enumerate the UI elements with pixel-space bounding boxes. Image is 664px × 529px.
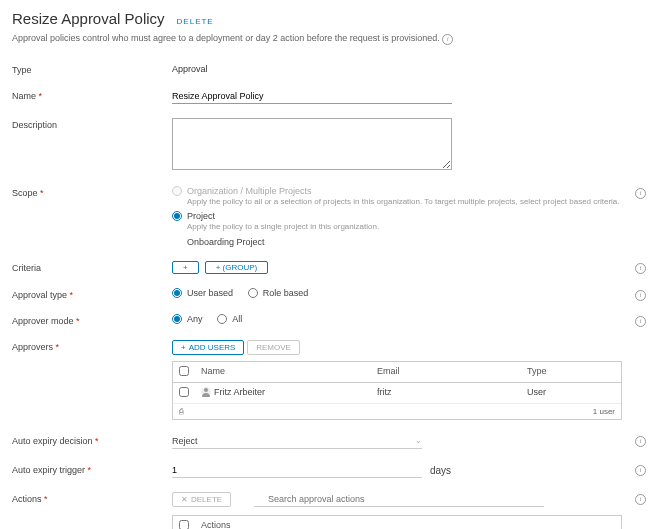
user-based-label: User based xyxy=(187,288,233,298)
approvers-table: Name Email Type Fritz Arbeiter fritz Use… xyxy=(172,361,622,420)
select-all-actions-checkbox[interactable] xyxy=(179,520,189,529)
select-all-checkbox[interactable] xyxy=(179,366,189,376)
criteria-add-button[interactable]: + xyxy=(172,261,199,274)
info-icon[interactable]: i xyxy=(635,188,646,199)
user-count: 1 user xyxy=(593,407,615,416)
info-icon[interactable]: i xyxy=(635,436,646,447)
auto-expiry-decision-select[interactable]: Reject ⌄ xyxy=(172,434,422,449)
role-based-label: Role based xyxy=(263,288,309,298)
actions-table: Actions Cloud.vSphere.Machine.Resize xyxy=(172,515,622,529)
info-icon[interactable]: i xyxy=(635,263,646,274)
auto-expiry-trigger-label: Auto expiry trigger xyxy=(12,463,172,478)
role-based-radio[interactable] xyxy=(248,288,258,298)
name-column-header[interactable]: Name xyxy=(195,362,371,382)
all-radio[interactable] xyxy=(217,314,227,324)
actions-column-header[interactable]: Actions xyxy=(195,516,621,529)
days-label: days xyxy=(430,465,451,476)
info-icon[interactable]: i xyxy=(635,316,646,327)
scope-org-radio xyxy=(172,186,182,196)
info-icon[interactable]: i xyxy=(635,290,646,301)
name-input[interactable] xyxy=(172,89,452,104)
approver-type: User xyxy=(521,383,621,403)
scope-org-label: Organization / Multiple Projects xyxy=(187,186,312,196)
actions-label: Actions xyxy=(12,492,172,529)
page-subtitle: Approval policies control who must agree… xyxy=(12,33,440,43)
email-column-header[interactable]: Email xyxy=(371,362,521,382)
name-label: Name xyxy=(12,89,172,104)
scope-project-hint: Apply the policy to a single project in … xyxy=(187,222,622,232)
any-label: Any xyxy=(187,314,203,324)
info-icon[interactable]: i xyxy=(635,494,646,505)
type-column-header[interactable]: Type xyxy=(521,362,621,382)
user-icon xyxy=(201,387,211,397)
criteria-label: Criteria xyxy=(12,261,172,274)
add-users-button[interactable]: +ADD USERS xyxy=(172,340,244,355)
criteria-group-button[interactable]: + (GROUP) xyxy=(205,261,269,274)
scope-label: Scope xyxy=(12,186,172,247)
search-actions-input[interactable] xyxy=(254,492,544,507)
approver-mode-label: Approver mode xyxy=(12,314,172,326)
remove-button: REMOVE xyxy=(247,340,300,355)
delete-action-button: ✕DELETE xyxy=(172,492,231,507)
row-checkbox[interactable] xyxy=(179,387,189,397)
info-icon[interactable]: i xyxy=(442,34,453,45)
any-radio[interactable] xyxy=(172,314,182,324)
auto-expiry-trigger-input[interactable] xyxy=(172,463,422,478)
user-based-radio[interactable] xyxy=(172,288,182,298)
table-footer-left: ⎙ xyxy=(179,407,184,416)
approver-name: Fritz Arbeiter xyxy=(214,387,265,397)
info-icon[interactable]: i xyxy=(635,465,646,476)
table-row[interactable]: Fritz Arbeiter fritz User xyxy=(173,383,621,404)
scope-project-radio[interactable] xyxy=(172,211,182,221)
chevron-down-icon: ⌄ xyxy=(415,436,422,445)
scope-org-hint: Apply the policy to all or a selection o… xyxy=(187,197,622,207)
approvers-label: Approvers xyxy=(12,340,172,420)
approval-type-label: Approval type xyxy=(12,288,172,300)
auto-expiry-decision-label: Auto expiry decision xyxy=(12,434,172,449)
approver-email: fritz xyxy=(371,383,521,403)
description-label: Description xyxy=(12,118,172,172)
project-name-value: Onboarding Project xyxy=(187,237,622,247)
all-label: All xyxy=(232,314,242,324)
page-title: Resize Approval Policy xyxy=(12,10,165,27)
type-value: Approval xyxy=(172,64,208,74)
description-input[interactable] xyxy=(172,118,452,170)
scope-project-label: Project xyxy=(187,211,215,221)
type-label: Type xyxy=(12,63,172,75)
delete-policy-link[interactable]: DELETE xyxy=(177,17,214,26)
